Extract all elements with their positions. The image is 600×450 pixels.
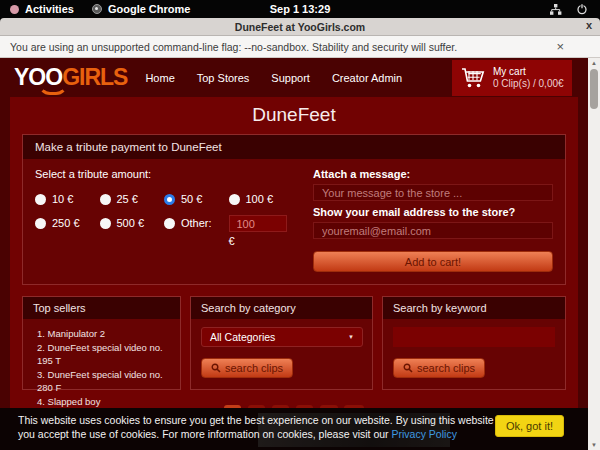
site-logo[interactable]: YOOGIRLS — [14, 66, 127, 89]
other-amount-input[interactable] — [229, 215, 287, 232]
nav-item-support[interactable]: Support — [271, 72, 310, 84]
amount-radio-10[interactable]: 10 € — [35, 193, 100, 205]
amount-option-label: 25 € — [117, 193, 138, 205]
privacy-policy-link[interactable]: Privacy Policy — [392, 428, 457, 440]
email-input[interactable] — [313, 222, 553, 239]
search-keyword-panel: Search by keyword search clips — [382, 296, 566, 390]
infobar-message: You are using an unsupported command-lin… — [10, 41, 457, 53]
window-title: DuneFeet at YooGirls.com — [0, 21, 600, 33]
amount-radio-25[interactable]: 25 € — [100, 193, 165, 205]
list-item[interactable]: DuneFeet special video no. 280 F — [37, 368, 170, 395]
search-clips-keyword-button[interactable]: search clips — [393, 358, 485, 378]
currency-label: € — [229, 235, 294, 247]
radio-icon[interactable] — [100, 218, 111, 229]
cookie-accept-button[interactable]: Ok, got it! — [495, 415, 564, 437]
add-to-cart-button[interactable]: Add to cart! — [313, 251, 553, 272]
main-nav: Home Top Stores Support Creator Admin — [145, 72, 402, 84]
amount-radio-500[interactable]: 500 € — [100, 217, 165, 229]
top-sellers-panel: Top sellers Manipulator 2 DuneFeet speci… — [22, 296, 181, 390]
search-clips-label: search clips — [417, 362, 475, 374]
cart-summary: 0 Clip(s) / 0,00€ — [493, 78, 564, 90]
chevron-down-icon: ▼ — [348, 334, 354, 340]
radio-icon[interactable] — [164, 194, 175, 205]
scroll-up-icon[interactable]: ▲ — [591, 58, 597, 68]
nav-item-creator-admin[interactable]: Creator Admin — [332, 72, 402, 84]
radio-icon[interactable] — [35, 218, 46, 229]
amount-label: Select a tribute amount: — [35, 168, 293, 180]
amount-option-label: 10 € — [52, 193, 73, 205]
search-clips-category-button[interactable]: search clips — [201, 358, 293, 378]
cookie-consent-bar: This website uses cookies to ensure you … — [0, 408, 588, 450]
amount-option-label: 500 € — [117, 217, 145, 229]
logo-text-y: Y — [14, 64, 28, 90]
search-category-panel: Search by category All Categories ▼ sear… — [190, 296, 373, 390]
search-category-header: Search by category — [191, 297, 372, 319]
search-clips-label: search clips — [225, 362, 283, 374]
radio-icon[interactable] — [229, 194, 240, 205]
chrome-infobar: You are using an unsupported command-lin… — [0, 36, 600, 58]
clock[interactable]: Sep 1 13:29 — [0, 3, 600, 15]
site-header: YOOGIRLS Home Top Stores Support Creator… — [0, 58, 588, 97]
search-keyword-header: Search by keyword — [383, 297, 565, 319]
browser-viewport: ▲ ▼ YOOGIRLS Home Top Stores Support Cre… — [0, 58, 600, 450]
window-close-button[interactable]: x — [586, 19, 592, 31]
amount-radio-250[interactable]: 250 € — [35, 217, 100, 229]
amount-option-label: 50 € — [181, 193, 202, 205]
scroll-down-icon[interactable]: ▼ — [591, 440, 597, 450]
radio-icon[interactable] — [35, 194, 46, 205]
nav-item-home[interactable]: Home — [145, 72, 174, 84]
infobar-close-icon[interactable]: × — [556, 39, 564, 54]
tribute-panel-header: Make a tribute payment to DuneFeet — [23, 135, 565, 159]
logo-smile-icon — [38, 83, 68, 95]
radio-icon[interactable] — [100, 194, 111, 205]
list-item[interactable]: Slapped boy — [37, 395, 170, 409]
search-icon — [403, 363, 413, 373]
amount-radio-100[interactable]: 100 € — [229, 193, 294, 205]
logo-text-girls: GIRLS — [62, 64, 127, 90]
my-cart-widget[interactable]: My cart 0 Clip(s) / 0,00€ — [452, 60, 572, 96]
category-select-value: All Categories — [210, 331, 275, 343]
cookie-message: This website uses cookies to ensure you … — [18, 413, 498, 441]
keyword-input[interactable] — [393, 327, 555, 347]
top-sellers-header: Top sellers — [23, 297, 180, 319]
message-input[interactable] — [313, 184, 553, 201]
radio-icon[interactable] — [164, 218, 175, 229]
tribute-panel: Make a tribute payment to DuneFeet Selec… — [22, 134, 566, 285]
list-item[interactable]: Manipulator 2 — [37, 327, 170, 341]
list-item[interactable]: DuneFeet special video no. 195 T — [37, 341, 170, 368]
window-titlebar[interactable]: DuneFeet at YooGirls.com x — [0, 18, 600, 36]
nav-item-top-stores[interactable]: Top Stores — [197, 72, 250, 84]
cart-icon — [460, 65, 486, 91]
scrollbar-thumb[interactable] — [590, 69, 598, 109]
amount-option-label: 100 € — [246, 193, 274, 205]
amount-radio-other[interactable]: Other: — [164, 217, 229, 229]
amount-options: 10 € 25 € 50 € — [35, 193, 293, 247]
search-icon — [211, 363, 221, 373]
message-label: Attach a message: — [313, 168, 553, 180]
gnome-top-bar: Activities Google Chrome Sep 1 13:29 — [0, 0, 600, 18]
scrollbar[interactable]: ▲ ▼ — [588, 58, 600, 450]
email-label: Show your email address to the store? — [313, 206, 553, 218]
category-select[interactable]: All Categories ▼ — [201, 327, 363, 347]
page-title: DuneFeet — [10, 97, 578, 134]
page-content: DuneFeet Make a tribute payment to DuneF… — [10, 97, 578, 408]
amount-option-label: 250 € — [52, 217, 80, 229]
amount-radio-50[interactable]: 50 € — [164, 193, 229, 205]
cart-title: My cart — [493, 66, 564, 78]
amount-option-label: Other: — [181, 217, 212, 229]
